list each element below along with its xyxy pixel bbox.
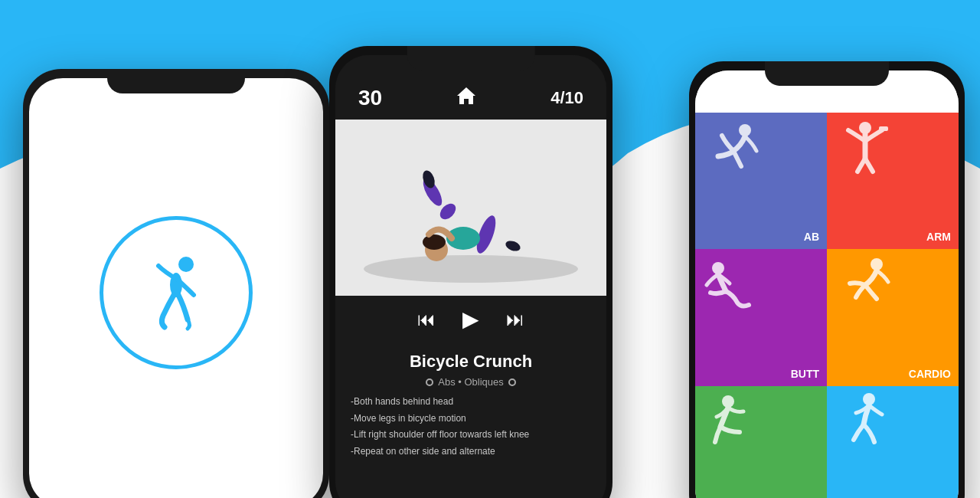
category-butt[interactable]: BUTT bbox=[695, 249, 827, 385]
phone-center-frame: 30 4/10 bbox=[329, 46, 612, 498]
exercise-info: Bicycle Crunch Abs • Obliques -Both hand… bbox=[335, 342, 606, 498]
svg-point-2 bbox=[178, 257, 194, 272]
category-top-bar bbox=[695, 70, 959, 113]
ab-label: AB bbox=[804, 231, 819, 243]
logo-circle bbox=[100, 216, 253, 369]
workout-progress: 4/10 bbox=[550, 88, 583, 108]
svg-point-5 bbox=[364, 255, 578, 283]
step-2: -Move legs in bicycle motion bbox=[351, 411, 591, 428]
playback-controls: ⏮ ▶ ⏭ bbox=[335, 296, 606, 342]
phone-right: AB bbox=[689, 61, 965, 498]
phone-center-screen: 30 4/10 bbox=[335, 55, 606, 498]
svg-rect-17 bbox=[879, 126, 888, 131]
step-1: -Both hands behind head bbox=[351, 394, 591, 411]
category-arm[interactable]: ARM bbox=[827, 113, 959, 249]
play-button[interactable]: ▶ bbox=[462, 306, 479, 332]
exercise-name: Bicycle Crunch bbox=[351, 352, 591, 372]
phone-center: 30 4/10 bbox=[329, 46, 612, 498]
phone-left bbox=[23, 69, 329, 498]
phone-right-notch bbox=[769, 61, 884, 84]
phone-left-screen bbox=[29, 78, 323, 498]
category-bottom-left[interactable] bbox=[695, 386, 827, 498]
phone-right-frame: AB bbox=[689, 61, 965, 498]
exercise-steps: -Both hands behind head -Move legs in bi… bbox=[351, 394, 591, 460]
category-grid: AB bbox=[695, 113, 959, 498]
phone-left-frame bbox=[23, 69, 329, 498]
svg-point-11 bbox=[423, 234, 446, 250]
fast-forward-button[interactable]: ⏭ bbox=[506, 309, 524, 330]
category-ab[interactable]: AB bbox=[695, 113, 827, 249]
category-cardio[interactable]: CARDIO bbox=[827, 249, 959, 385]
bottom-left-figure-icon bbox=[701, 390, 763, 451]
arm-figure-icon bbox=[835, 116, 896, 178]
cardio-label: CARDIO bbox=[909, 368, 951, 380]
bottom-right-figure-icon bbox=[835, 390, 896, 451]
exercise-image bbox=[335, 120, 606, 296]
step-3: -Lift right shoulder off floor towards l… bbox=[351, 427, 591, 444]
exercise-tags: Abs • Obliques bbox=[351, 376, 591, 388]
dot-right-icon bbox=[508, 378, 516, 386]
category-bottom-right[interactable] bbox=[827, 386, 959, 498]
arm-label: ARM bbox=[926, 231, 951, 243]
step-4: -Repeat on other side and alternate bbox=[351, 444, 591, 460]
phone-right-screen: AB bbox=[695, 70, 959, 498]
cardio-figure-icon bbox=[835, 253, 896, 314]
workout-header: 30 4/10 bbox=[335, 55, 606, 120]
butt-figure-icon bbox=[699, 253, 764, 314]
rewind-button[interactable]: ⏮ bbox=[417, 309, 436, 330]
phone-left-notch bbox=[112, 69, 240, 92]
runner-icon bbox=[126, 243, 226, 342]
workout-timer: 30 bbox=[358, 86, 382, 110]
butt-label: BUTT bbox=[791, 368, 819, 380]
home-icon bbox=[456, 86, 477, 110]
dot-left-icon bbox=[426, 378, 433, 386]
phone-center-notch bbox=[411, 46, 530, 69]
ab-figure-icon bbox=[703, 116, 764, 178]
exercise-tags-text: Abs • Obliques bbox=[438, 376, 503, 388]
